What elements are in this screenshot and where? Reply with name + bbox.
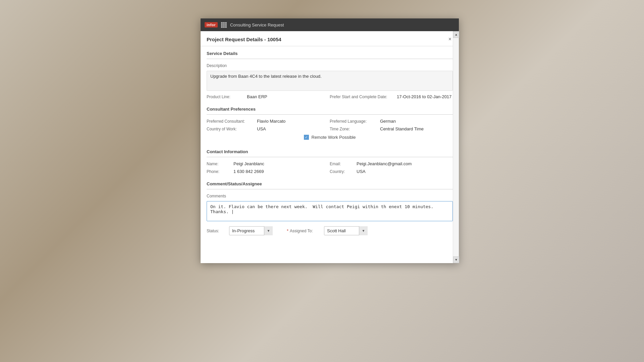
country-of-work-label: Country of Work: <box>207 126 257 131</box>
dialog-window: infor Consulting Service Request Project… <box>201 18 459 263</box>
country-timezone-row: Country of Work: USA Time Zone: Central … <box>207 126 453 131</box>
prefer-dates-label: Prefer Start and Complete Date: <box>330 94 397 99</box>
assigned-to-label: Assigned To: <box>290 228 320 233</box>
title-bar: infor Consulting Service Request <box>201 18 459 31</box>
scroll-down-button[interactable]: ▼ <box>453 256 459 263</box>
name-email-row: Name: Peigi Jeanblanc Email: Peigi.Jeanb… <box>207 161 453 166</box>
assigned-to-select-wrapper: Scott Hall ▼ <box>324 226 368 235</box>
dialog-body: Service Details Description Upgrade from… <box>201 46 459 263</box>
email-col: Email: Peigi.Jeanblanc@gmail.com <box>330 161 453 166</box>
service-details-header: Service Details <box>207 46 453 59</box>
country-of-work-value: USA <box>257 126 266 131</box>
preferred-language-label: Preferred Language: <box>330 119 380 124</box>
contact-country-value: USA <box>357 169 366 174</box>
preferred-consultant-col: Preferred Consultant: Flavio Marcato <box>207 119 330 124</box>
time-zone-value: Central Standard Time <box>380 126 424 131</box>
remote-work-checkbox[interactable] <box>304 135 309 140</box>
status-assignee-row: Status: In-Progress Open Closed Pending … <box>207 226 453 235</box>
email-value: Peigi.Jeanblanc@gmail.com <box>357 161 412 166</box>
product-dates-row: Product Line: Baan ERP Prefer Start and … <box>207 94 453 99</box>
close-button[interactable]: × <box>447 36 453 43</box>
description-value: Upgrade from Baan 4C4 to the latest rele… <box>207 71 453 91</box>
prefer-dates-col: Prefer Start and Complete Date: 17-Oct-2… <box>330 94 453 99</box>
status-select-wrapper: In-Progress Open Closed Pending ▼ <box>229 226 273 235</box>
phone-value: 1 630 842 2669 <box>233 169 264 174</box>
preferred-consultant-label: Preferred Consultant: <box>207 119 257 124</box>
dialog-header: Project Request Details - 10054 × <box>201 31 459 46</box>
description-label-row: Description <box>207 63 453 68</box>
name-value: Peigi Jeanblanc <box>233 161 264 166</box>
time-zone-col: Time Zone: Central Standard Time <box>330 126 453 131</box>
comments-label-row: Comments <box>207 193 453 198</box>
country-of-work-col: Country of Work: USA <box>207 126 330 131</box>
assigned-to-select[interactable]: Scott Hall <box>324 226 368 235</box>
name-label: Name: <box>207 161 233 166</box>
required-indicator: * <box>287 228 288 233</box>
comments-label: Comments <box>207 193 247 198</box>
status-select[interactable]: In-Progress Open Closed Pending <box>229 226 273 235</box>
scroll-up-button[interactable]: ▲ <box>453 31 459 38</box>
scrollbar: ▲ ▼ <box>453 31 459 263</box>
preferred-language-col: Preferred Language: German <box>330 119 453 124</box>
infor-logo: infor <box>205 22 218 27</box>
consultant-language-row: Preferred Consultant: Flavio Marcato Pre… <box>207 119 453 124</box>
name-col: Name: Peigi Jeanblanc <box>207 161 330 166</box>
grid-icon <box>221 22 227 28</box>
preferred-consultant-value: Flavio Marcato <box>257 119 285 124</box>
remote-work-label: Remote Work Possible <box>312 135 356 140</box>
preferred-language-value: German <box>380 119 396 124</box>
prefer-dates-value: 17-Oct-2016 to 02-Jan-2017 <box>397 94 451 99</box>
phone-country-row: Phone: 1 630 842 2669 Country: USA <box>207 169 453 174</box>
consultant-preferences-header: Consultant Preferences <box>207 102 453 115</box>
product-line-value: Baan ERP <box>247 94 267 99</box>
contact-information-header: Contact Information <box>207 144 453 157</box>
status-label: Status: <box>207 228 225 233</box>
remote-work-row: Remote Work Possible <box>207 135 453 140</box>
comments-textarea[interactable] <box>207 201 453 221</box>
phone-label: Phone: <box>207 169 233 174</box>
email-label: Email: <box>330 161 357 166</box>
product-line-col: Product Line: Baan ERP <box>207 94 330 99</box>
description-label: Description <box>207 63 247 68</box>
contact-country-col: Country: USA <box>330 169 453 174</box>
scroll-track <box>453 38 459 256</box>
app-title: Consulting Service Request <box>230 22 284 27</box>
comment-status-header: Comment/Status/Assignee <box>207 177 453 189</box>
phone-col: Phone: 1 630 842 2669 <box>207 169 330 174</box>
dialog-title: Project Request Details - 10054 <box>207 37 281 42</box>
time-zone-label: Time Zone: <box>330 126 380 131</box>
product-line-label: Product Line: <box>207 94 247 99</box>
contact-country-label: Country: <box>330 169 357 174</box>
